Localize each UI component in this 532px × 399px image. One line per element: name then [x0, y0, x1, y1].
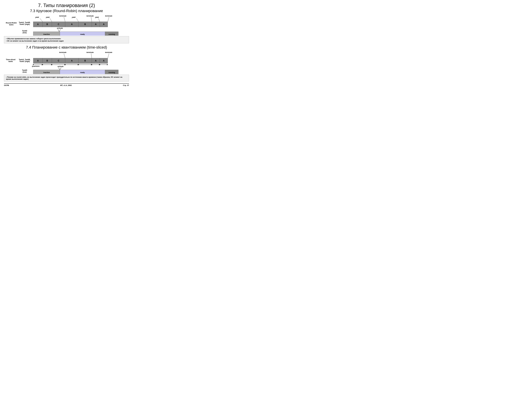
footer-left: ОСРВ — [4, 84, 9, 86]
svg-text:terminate: terminate — [86, 51, 94, 53]
ts-diagram-svg: Time-sliced tasks TaskA, TaskB, TaskC (h… — [4, 51, 130, 74]
svg-text:TaskA, TaskB,: TaskA, TaskB, — [19, 58, 31, 61]
svg-text:(low): (low) — [23, 32, 27, 34]
svg-line-26 — [91, 17, 92, 22]
svg-text:Round-Robin: Round-Robin — [6, 22, 17, 24]
svg-text:tasks: tasks — [8, 60, 13, 62]
svg-text:TaskD: TaskD — [22, 69, 27, 71]
svg-text:yield: yield — [72, 16, 76, 18]
svg-text:ready: ready — [80, 71, 85, 73]
svg-text:A: A — [71, 60, 73, 62]
svg-line-30 — [108, 17, 109, 22]
svg-text:tasks: tasks — [9, 24, 13, 26]
svg-text:A: A — [95, 60, 96, 62]
svg-text:TaskD: TaskD — [22, 30, 27, 32]
svg-text:C: C — [58, 23, 59, 25]
main-title: 7. Типы планирования (2) — [4, 3, 129, 8]
svg-text:A: A — [103, 23, 105, 25]
svg-text:running: running — [108, 33, 115, 35]
svg-text:B: B — [46, 60, 48, 62]
svg-text:yield: yield — [46, 16, 50, 18]
svg-text:quantums: quantums — [32, 65, 40, 67]
section1-title: 7.3 Круговое (Round-Robin) планирование — [4, 9, 129, 13]
svg-text:C: C — [58, 60, 59, 62]
bullet-box-1: Обычно применяется как замена «общего ци… — [4, 36, 129, 43]
svg-text:terminate: terminate — [105, 51, 112, 53]
svg-line-24 — [76, 18, 78, 22]
svg-text:B: B — [84, 23, 86, 25]
svg-text:B: B — [46, 23, 48, 25]
svg-text:terminate: terminate — [59, 51, 66, 53]
svg-text:terminate: terminate — [105, 15, 112, 17]
svg-text:terminate: terminate — [86, 15, 94, 17]
svg-text:TaskC (high): TaskC (high) — [19, 60, 30, 62]
footer-center: МТ, v1.4, 2002 — [60, 84, 72, 86]
rr-diagram-svg: Round-Robin tasks TaskA, TaskB, TaskC (h… — [4, 14, 130, 36]
svg-line-61 — [91, 53, 92, 58]
bullet1-2: ОС не влияет на вытеснение задач и на вр… — [6, 40, 127, 42]
section1-diagram: Round-Robin tasks TaskA, TaskB, TaskC (h… — [4, 14, 129, 36]
svg-text:ready: ready — [80, 33, 85, 35]
svg-text:terminate: terminate — [59, 15, 66, 17]
svg-text:inactive: inactive — [43, 33, 50, 35]
footer: ОСРВ МТ, v1.4, 2002 Стр. 37 — [4, 83, 129, 86]
svg-text:TaskA, TaskB,: TaskA, TaskB, — [19, 21, 31, 23]
svg-line-28 — [98, 18, 100, 22]
svg-line-18 — [40, 18, 43, 22]
svg-text:running: running — [108, 71, 115, 73]
svg-text:B: B — [84, 60, 86, 62]
bullet2-1: Похоже на round-robin, но вытеснение зад… — [6, 76, 127, 80]
svg-text:activate: activate — [57, 66, 63, 67]
svg-text:A: A — [95, 23, 96, 25]
svg-text:(low): (low) — [23, 71, 27, 73]
svg-text:inactive: inactive — [43, 71, 50, 73]
svg-text:A: A — [37, 23, 39, 25]
svg-text:yield: yield — [95, 16, 99, 18]
bullet1-1: Обычно применяется как замена «общего ци… — [6, 38, 127, 40]
svg-line-22 — [64, 17, 65, 22]
svg-text:A: A — [71, 23, 73, 25]
svg-text:A: A — [37, 60, 39, 62]
svg-text:A: A — [103, 60, 105, 62]
section2-diagram: Time-sliced tasks TaskA, TaskB, TaskC (h… — [4, 51, 129, 74]
svg-line-59 — [64, 53, 65, 58]
svg-text:TaskC (high): TaskC (high) — [19, 23, 30, 25]
svg-text:yield: yield — [35, 16, 39, 18]
svg-text:activate: activate — [57, 27, 63, 29]
svg-text:Time-sliced: Time-sliced — [6, 58, 15, 61]
footer-right: Стр. 37 — [123, 84, 129, 86]
section2-title: 7.4 Планирование с квантованием (time-sl… — [4, 45, 129, 50]
svg-line-63 — [108, 53, 109, 58]
svg-line-20 — [50, 18, 52, 22]
bullet-box-2: Похоже на round-robin, но вытеснение зад… — [4, 75, 129, 82]
